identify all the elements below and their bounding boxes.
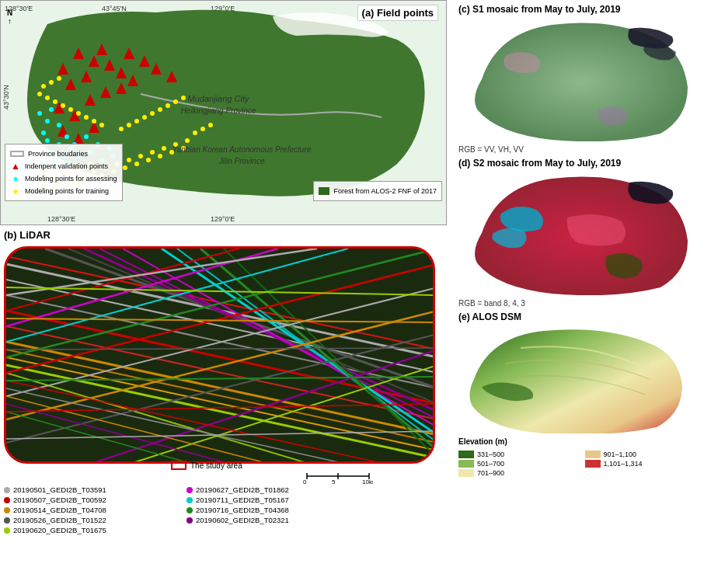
elevation-legend: 331–500 901–1,100 501–700 1,101–1,314 70… [458, 451, 703, 477]
lidar-map [4, 246, 435, 464]
svg-point-42 [37, 111, 42, 116]
lidar-track-7: 20190711_GEDI2B_T05167 [196, 496, 289, 504]
s2-image [458, 171, 692, 295]
training-symbol: ● [10, 185, 21, 197]
lidar-legend-item-6: 20190627_GEDI2B_T01862 [186, 485, 365, 494]
svg-point-90 [76, 111, 81, 116]
s1-svg [458, 17, 692, 141]
panel-b-title: (b) LiDAR [4, 229, 51, 241]
svg-point-95 [37, 92, 42, 96]
lidar-dot-1 [4, 497, 10, 503]
legend-validation: ▲ Indenpent validation points [10, 160, 117, 172]
study-area-text: The study area [190, 461, 242, 470]
panel-a: N↑ (a) Field points 128°30'E 129°0'E 43°… [0, 0, 447, 225]
province1-label: Heilongjiang Province [181, 106, 256, 115]
legend-assessing-label: Modeling points for assessing [25, 172, 117, 185]
province-symbol [10, 151, 24, 157]
svg-point-83 [158, 107, 162, 112]
lidar-track-6: 20190627_GEDI2B_T01862 [196, 485, 289, 494]
s1-rgb-label: RGB = VV, VH, VV [458, 145, 703, 154]
legend-modeling-assessing: ● Modeling points for assessing [10, 172, 117, 185]
elev-box-4 [458, 469, 474, 477]
svg-text:0: 0 [303, 478, 307, 484]
validation-symbol: ▲ [10, 160, 21, 172]
lidar-legend-item-3: 20190526_GEDI2B_T01522 [4, 516, 183, 524]
svg-point-32 [84, 134, 89, 139]
legend-training-label: Modeling points for training [25, 185, 109, 197]
svg-point-96 [41, 84, 46, 89]
svg-point-58 [150, 150, 155, 155]
scale-svg: 0 5 10km [303, 468, 373, 484]
svg-point-76 [200, 127, 205, 131]
elev-range-3: 1,101–1,314 [604, 460, 643, 468]
lidar-track-1: 20190507_GEDI2B_T00592 [13, 496, 106, 504]
panel-c: (c) S1 mosaic from May to July, 2019 [458, 4, 703, 154]
svg-point-57 [138, 154, 143, 158]
svg-point-59 [162, 146, 166, 151]
svg-point-87 [99, 123, 104, 127]
map-a-background: N↑ (a) Field points 128°30'E 129°0'E 43°… [1, 1, 446, 224]
panel-b-header: (b) LiDAR [4, 229, 51, 241]
elev-item-3: 1,101–1,314 [585, 460, 704, 468]
elev-range-0: 331–500 [477, 451, 504, 458]
svg-text:5: 5 [332, 478, 336, 484]
svg-point-71 [158, 154, 162, 158]
svg-point-31 [57, 123, 61, 127]
elevation-label: Elevation (m) [458, 437, 703, 446]
legend-forest: Forest from ALOS-2 FNF of 2017 [313, 181, 442, 201]
elev-item-4: 701–900 [458, 469, 577, 477]
svg-point-69 [134, 162, 139, 166]
lidar-legend-item-2: 20190514_GEDI2B_T04708 [4, 506, 183, 514]
panel-d: (d) S2 mosaic from May to July, 2019 [458, 158, 703, 308]
lidar-track-4: 20190602_GEDI2B_T02321 [196, 516, 289, 524]
lidar-track-0: 20190501_GEDI2B_T03591 [13, 485, 106, 494]
svg-point-28 [64, 134, 69, 139]
elev-box-3 [585, 460, 601, 468]
legend-modeling-training: ● Modeling points for training [10, 185, 117, 197]
svg-rect-149 [172, 461, 186, 469]
elev-item-0: 331–500 [458, 451, 577, 458]
lidar-dot-0 [4, 487, 10, 493]
elev-box-2 [458, 460, 474, 468]
city-label: Mudanjiang City [188, 94, 250, 103]
svg-point-21 [45, 138, 50, 143]
legend-province: Province boudaries [10, 148, 117, 160]
svg-point-82 [150, 111, 155, 116]
left-panel: N↑ (a) Field points 128°30'E 129°0'E 43°… [0, 0, 451, 588]
svg-point-85 [173, 99, 178, 104]
lidar-svg [6, 249, 435, 464]
legend-forest-label: Forest from ALOS-2 FNF of 2017 [333, 185, 437, 197]
lidar-legend-item-4: 20190602_GEDI2B_T02321 [186, 516, 365, 524]
assessing-symbol: ● [10, 172, 21, 185]
scale-bar: 0 5 10km [303, 468, 373, 485]
panel-e-title: (e) ALOS DSM [458, 311, 703, 322]
panel-e: (e) ALOS DSM [458, 311, 703, 477]
svg-text:10km: 10km [362, 478, 373, 484]
s1-image [458, 17, 692, 141]
legend-a: Province boudaries ▲ Indenpent validatio… [5, 144, 123, 201]
lidar-dot-3 [4, 517, 10, 524]
study-area-icon [171, 461, 186, 470]
svg-point-56 [127, 158, 131, 162]
svg-point-78 [119, 127, 124, 131]
elev-box-1 [585, 451, 601, 458]
lidar-legend-item-8: 20190716_GEDI2B_T04368 [186, 506, 365, 514]
svg-point-74 [185, 138, 190, 143]
lidar-dot-7 [186, 497, 193, 503]
elev-item-2: 501–700 [458, 460, 577, 468]
svg-point-93 [53, 99, 58, 104]
svg-point-94 [45, 96, 50, 100]
svg-point-89 [84, 115, 89, 120]
s2-svg [458, 171, 692, 295]
lidar-dot-2 [4, 507, 10, 513]
elev-item-1: 901–1,100 [585, 451, 704, 458]
province2-label: Jilin Province [218, 157, 265, 165]
alos-svg [458, 325, 692, 433]
lidar-dot-4 [186, 517, 193, 524]
svg-point-79 [127, 123, 131, 127]
lidar-track-8: 20190716_GEDI2B_T04368 [196, 506, 289, 514]
svg-point-84 [166, 103, 170, 108]
svg-point-97 [49, 80, 54, 85]
svg-point-43 [49, 107, 54, 112]
study-area-label: The study area [171, 461, 242, 470]
